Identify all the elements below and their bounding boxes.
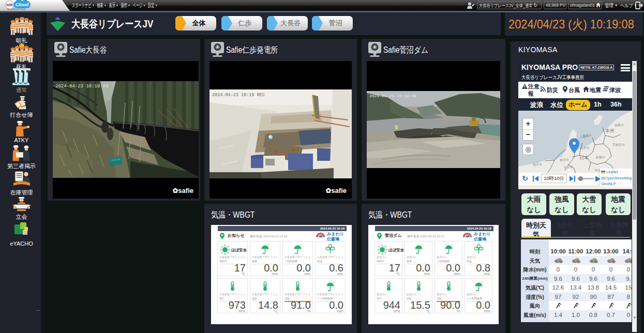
svg-text:金沢市: 金沢市	[559, 158, 569, 161]
svg-text:高山市: 高山市	[564, 165, 573, 169]
svg-text:前橋市: 前橋市	[595, 155, 605, 159]
svg-text:長野市: 長野市	[580, 146, 590, 149]
svg-text:福井市: 福井市	[533, 162, 542, 166]
svg-text:本州: 本州	[605, 128, 615, 133]
svg-text:福島市: 福島市	[615, 123, 624, 127]
svg-text:2024-04-23 10:19:08: 2024-04-23 10:19:08	[369, 94, 416, 98]
svg-text:日本: 日本	[579, 155, 589, 160]
svg-text:2024-04-23 10:19 REC: 2024-04-23 10:19 REC	[212, 93, 265, 98]
svg-text:宇都宮市: 宇都宮市	[612, 143, 625, 147]
svg-text:長岡市: 長岡市	[582, 133, 592, 137]
svg-text:2024-04-23 10:19:08: 2024-04-23 10:19:08	[55, 84, 109, 89]
